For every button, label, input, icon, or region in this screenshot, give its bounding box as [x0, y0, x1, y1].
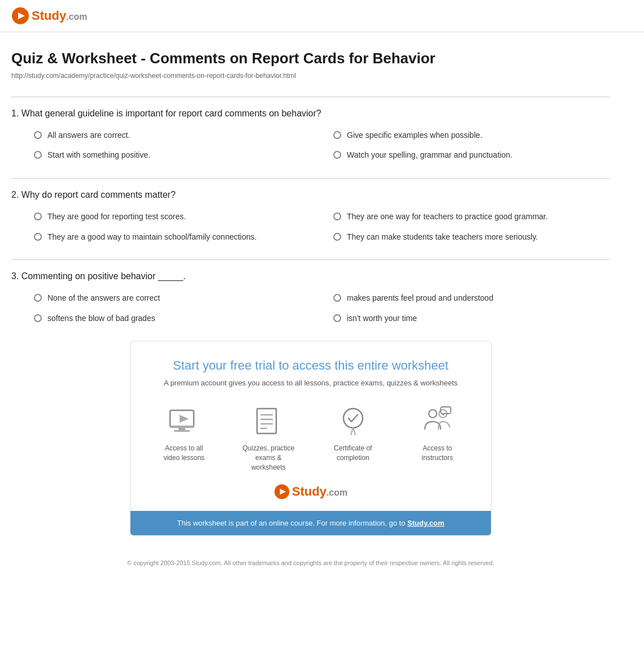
question-2-text: 2. Why do report card comments matter?	[11, 190, 610, 200]
svg-rect-7	[257, 409, 276, 433]
svg-point-15	[429, 410, 437, 418]
page-title: Quiz & Worksheet - Comments on Report Ca…	[11, 49, 610, 68]
radio-3-a[interactable]	[34, 294, 42, 302]
promo-footer-text: This worksheet is part of an online cour…	[177, 519, 407, 527]
svg-marker-18	[442, 414, 444, 416]
option-3-b-label: makes parents feel proud and understood	[347, 293, 493, 304]
option-1-c[interactable]: Start with something positive.	[34, 150, 311, 161]
svg-rect-5	[174, 430, 190, 432]
option-2-a-label: They are good for reporting test scores.	[47, 211, 186, 223]
question-2-block: 2. Why do report card comments matter? T…	[11, 190, 610, 242]
option-2-a[interactable]: They are good for reporting test scores.	[34, 211, 311, 223]
option-2-d[interactable]: They can make students take teachers mor…	[333, 232, 610, 243]
svg-marker-6	[180, 415, 189, 423]
feature-certificate-label: Certificate ofcompletion	[334, 444, 372, 463]
divider-q1	[11, 178, 610, 179]
radio-1-d[interactable]	[333, 151, 341, 159]
promo-logo-icon	[274, 484, 290, 500]
promo-subtitle: A premium account gives you access to al…	[153, 379, 468, 387]
main-content: Quiz & Worksheet - Comments on Report Ca…	[0, 32, 621, 591]
features-grid: Access to allvideo lessons Quizzes, prac…	[153, 404, 468, 472]
copyright: © copyright 2003-2015 Study.com. All oth…	[11, 547, 610, 580]
radio-1-c[interactable]	[34, 151, 42, 159]
logo[interactable]: Study.com	[11, 7, 87, 25]
option-3-a-label: None of the answers are correct	[47, 293, 160, 304]
radio-3-b[interactable]	[333, 294, 341, 302]
svg-point-12	[343, 409, 363, 428]
promo-footer-link[interactable]: Study.com	[407, 519, 445, 527]
page-url: http://study.com/academy/practice/quiz-w…	[11, 72, 610, 80]
radio-2-a[interactable]	[34, 212, 42, 220]
option-1-d[interactable]: Watch your spelling, grammar and punctua…	[333, 150, 610, 161]
radio-2-c[interactable]	[34, 233, 42, 241]
question-2-options: They are good for reporting test scores.…	[11, 211, 610, 242]
option-2-d-label: They can make students take teachers mor…	[347, 232, 538, 243]
question-1-block: 1. What general guideline is important f…	[11, 109, 610, 161]
question-3-block: 3. Commenting on positive behavior _____…	[11, 271, 610, 324]
promo-footer: This worksheet is part of an online cour…	[130, 511, 491, 535]
quiz-icon	[251, 404, 285, 438]
option-1-b-label: Give specific examples when possible.	[347, 130, 482, 141]
feature-video-label: Access to allvideo lessons	[163, 444, 204, 463]
option-2-c-label: They are a good way to maintain school/f…	[47, 232, 256, 243]
instructor-icon	[420, 404, 454, 438]
question-1-text: 1. What general guideline is important f…	[11, 109, 610, 119]
certificate-icon	[336, 404, 370, 438]
promo-logo-text: Study.com	[292, 484, 347, 499]
logo-text: Study.com	[32, 8, 87, 23]
feature-video: Access to allvideo lessons	[153, 404, 215, 472]
promo-title: Start your free trial to access this ent…	[153, 358, 468, 373]
question-1-options: All answers are correct. Give specific e…	[11, 130, 610, 161]
option-3-a[interactable]: None of the answers are correct	[34, 293, 311, 304]
feature-certificate: Certificate ofcompletion	[322, 404, 384, 472]
option-2-b[interactable]: They are one way for teachers to practic…	[333, 211, 610, 223]
option-1-d-label: Watch your spelling, grammar and punctua…	[347, 150, 512, 161]
question-3-options: None of the answers are correct makes pa…	[11, 293, 610, 324]
video-icon	[167, 404, 201, 438]
promo-box: Start your free trial to access this ent…	[130, 341, 491, 535]
option-1-b[interactable]: Give specific examples when possible.	[333, 130, 610, 141]
feature-instructors-label: Access toinstructors	[422, 444, 453, 463]
option-3-d[interactable]: isn't worth your time	[333, 313, 610, 324]
question-3-text: 3. Commenting on positive behavior _____…	[11, 271, 610, 281]
divider-top	[11, 97, 610, 97]
option-3-b[interactable]: makes parents feel proud and understood	[333, 293, 610, 304]
radio-1-a[interactable]	[34, 131, 42, 139]
option-1-c-label: Start with something positive.	[47, 150, 150, 161]
option-3-c[interactable]: softens the blow of bad grades	[34, 313, 311, 324]
radio-2-d[interactable]	[333, 233, 341, 241]
radio-3-c[interactable]	[34, 314, 42, 322]
option-3-c-label: softens the blow of bad grades	[47, 313, 155, 324]
option-1-a[interactable]: All answers are correct.	[34, 130, 311, 141]
feature-quizzes: Quizzes, practiceexams & worksheets	[238, 404, 300, 472]
option-2-c[interactable]: They are a good way to maintain school/f…	[34, 232, 311, 243]
page-header: Study.com	[0, 0, 644, 32]
promo-logo: Study.com	[153, 484, 468, 500]
feature-quizzes-label: Quizzes, practiceexams & worksheets	[238, 444, 300, 472]
radio-3-d[interactable]	[333, 314, 341, 322]
feature-instructors: Access toinstructors	[407, 404, 469, 472]
radio-2-b[interactable]	[333, 212, 341, 220]
option-1-a-label: All answers are correct.	[47, 130, 130, 141]
option-3-d-label: isn't worth your time	[347, 313, 417, 324]
study-logo-icon	[11, 7, 29, 25]
svg-rect-3	[170, 426, 194, 428]
radio-1-b[interactable]	[333, 131, 341, 139]
divider-q2	[11, 259, 610, 260]
option-2-b-label: They are one way for teachers to practic…	[347, 211, 548, 223]
